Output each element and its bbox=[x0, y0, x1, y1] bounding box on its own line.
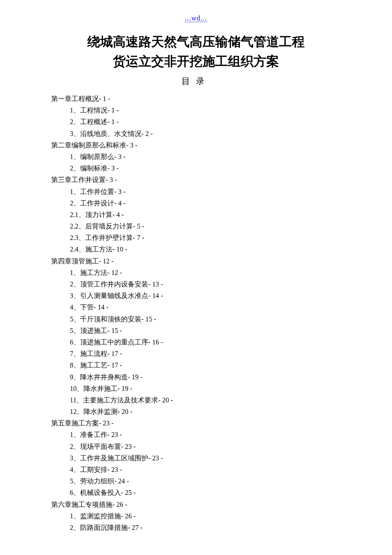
toc-item: 2.1、顶力计算- 4 - bbox=[51, 209, 341, 220]
toc-chapter: 第五章施工方案- 23 - bbox=[51, 417, 341, 429]
toc-item: 3、工作井及施工区域围护- 23 - bbox=[51, 452, 341, 464]
toc-item: 1、工作井位置- 3 - bbox=[51, 186, 341, 197]
header-mark: ...wd... bbox=[51, 14, 341, 22]
toc-item: 3、引入测量轴线及水准点- 14 - bbox=[51, 290, 341, 301]
header-link[interactable]: ...wd... bbox=[185, 14, 207, 22]
toc-item: 1、监测监控措施- 26 - bbox=[51, 510, 341, 522]
toc-item: 2、编制标准- 3 - bbox=[51, 162, 341, 174]
toc-item: 10、降水井施工- 19 - bbox=[51, 383, 341, 394]
toc-item: 12、降水井监测- 20 - bbox=[51, 406, 341, 417]
toc-chapter: 第二章编制原那么和标准- 3 - bbox=[51, 139, 341, 151]
toc-item: 5、劳动力组织- 24 - bbox=[51, 475, 341, 487]
toc-item: 11、主要施工方法及技术要求- 20 - bbox=[51, 394, 341, 406]
toc-item: 2、顶管工作井内设备安装- 13 - bbox=[51, 278, 341, 290]
toc-item: 2.3、工作井护壁计算- 7 - bbox=[51, 232, 341, 243]
toc-chapter: 第一章工程概况- 1 - bbox=[51, 93, 341, 104]
toc-item: 6、顶进施工中的重点工序- 16 - bbox=[51, 336, 341, 348]
toc-item: 1、准备工作- 23 - bbox=[51, 429, 341, 440]
toc-chapter: 第三章工作井设置- 3 - bbox=[51, 174, 341, 185]
toc-item: 2、工作井设计- 4 - bbox=[51, 197, 341, 209]
toc-item: 2.2、后背墙反力计算- 5 - bbox=[51, 220, 341, 232]
toc-item: 5、千斤顶和顶铁的安装- 15 - bbox=[51, 313, 341, 325]
toc-chapter: 第四章顶管施工- 12 - bbox=[51, 255, 341, 267]
toc-item: 4、工期安排- 23 - bbox=[51, 464, 341, 475]
toc-chapter: 第六章施工专项措施- 26 - bbox=[51, 499, 341, 510]
document-page: ...wd... 绕城高速路天然气高压输储气管道工程 货运立交非开挖施工组织方案… bbox=[0, 0, 392, 555]
toc-item: 9、降水井井身构造- 19 - bbox=[51, 371, 341, 383]
toc-item: 7、施工流程- 17 - bbox=[51, 348, 341, 359]
toc-item: 5、顶进施工- 15 - bbox=[51, 325, 341, 336]
toc-item: 2、工程概述- 1 - bbox=[51, 116, 341, 127]
document-title: 绕城高速路天然气高压输储气管道工程 bbox=[51, 32, 341, 51]
toc-item: 2、现场平面布置- 23 - bbox=[51, 441, 341, 452]
toc-item: 2.4、施工方法- 10 - bbox=[51, 243, 341, 255]
toc-item: 3、沿线地质、水文情况- 2 - bbox=[51, 128, 341, 139]
toc-item: 1、工程情况- 1 - bbox=[51, 104, 341, 116]
toc-list: 第一章工程概况- 1 - 1、工程情况- 1 - 2、工程概述- 1 - 3、沿… bbox=[51, 93, 341, 533]
toc-item: 8、施工工艺- 17 - bbox=[51, 359, 341, 371]
toc-item: 1、施工方法- 12 - bbox=[51, 267, 341, 278]
toc-item: 6、机械设备投入- 25 - bbox=[51, 487, 341, 498]
toc-item: 2、防路面沉降措施- 27 - bbox=[51, 522, 341, 533]
toc-item: 4、下管- 14 - bbox=[51, 301, 341, 313]
toc-item: 1、编制原那么- 3 - bbox=[51, 151, 341, 162]
document-subtitle: 货运立交非开挖施工组织方案 bbox=[51, 52, 341, 71]
toc-heading: 目录 bbox=[51, 75, 341, 87]
